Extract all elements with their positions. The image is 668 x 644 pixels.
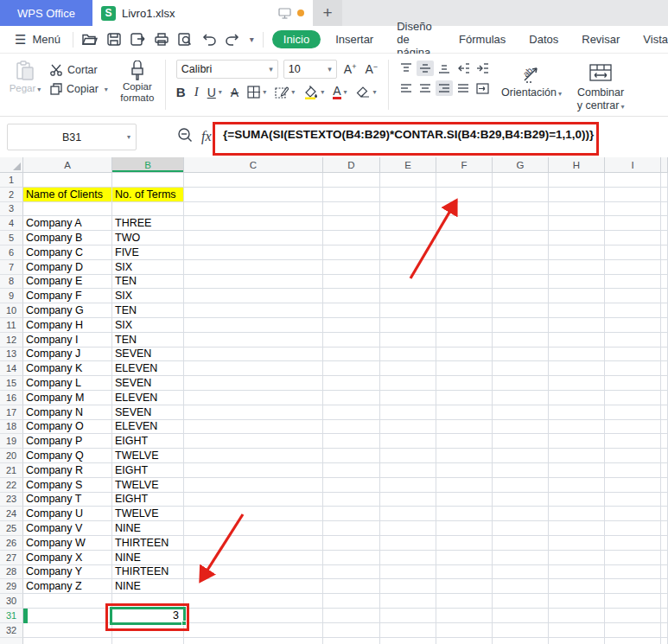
cell-A12[interactable]: Company I — [23, 333, 112, 348]
cell-B17[interactable]: SEVEN — [112, 405, 184, 420]
cell-A6[interactable]: Company C — [23, 245, 112, 260]
paste-button[interactable]: Pegar▾ — [7, 59, 43, 116]
cell-B6[interactable]: FIVE — [112, 245, 184, 260]
cell-G31[interactable] — [493, 609, 549, 623]
cell-x12[interactable] — [661, 333, 668, 348]
cell-I9[interactable] — [605, 289, 661, 303]
align-center-button[interactable] — [417, 80, 434, 96]
increase-font-button[interactable]: A+ — [342, 62, 359, 76]
cell-F16[interactable] — [436, 391, 493, 405]
cell-H21[interactable] — [549, 463, 605, 478]
cell-E22[interactable] — [380, 478, 436, 493]
strikethrough-button[interactable]: A — [231, 86, 239, 99]
row-header-17[interactable]: 17 — [0, 405, 23, 420]
cell-E33[interactable] — [380, 638, 436, 644]
cell-B18[interactable]: ELEVEN — [112, 420, 184, 435]
cell-C14[interactable] — [184, 361, 323, 376]
align-right-button[interactable] — [436, 80, 453, 96]
row-header-12[interactable]: 12 — [0, 333, 23, 348]
cell-A16[interactable]: Company M — [23, 391, 112, 405]
tab-datos[interactable]: Datos — [529, 33, 558, 46]
cell-B4[interactable]: THREE — [112, 216, 184, 231]
cell-A23[interactable]: Company T — [23, 493, 112, 507]
cell-C20[interactable] — [184, 449, 323, 463]
cell-D23[interactable] — [323, 493, 380, 507]
cell-C23[interactable] — [184, 493, 323, 507]
row-header-21[interactable]: 21 — [0, 463, 23, 478]
cell-B24[interactable]: TWELVE — [112, 507, 184, 521]
cell-F8[interactable] — [436, 275, 493, 290]
row-header-6[interactable]: 6 — [0, 245, 23, 260]
cell-B13[interactable]: SEVEN — [112, 348, 184, 362]
row-header-16[interactable]: 16 — [0, 391, 23, 405]
save-icon[interactable] — [107, 33, 121, 46]
borders-button[interactable]: ▾ — [247, 86, 266, 99]
cell-H12[interactable] — [549, 333, 605, 348]
cell-D22[interactable] — [323, 478, 380, 493]
cell-B9[interactable]: SIX — [112, 289, 184, 303]
cell-E6[interactable] — [380, 245, 436, 260]
column-header-b[interactable]: B — [112, 157, 184, 173]
cell-G33[interactable] — [493, 638, 549, 644]
cell-x5[interactable] — [661, 231, 668, 245]
cell-x26[interactable] — [661, 536, 668, 551]
cell-D15[interactable] — [323, 376, 380, 391]
cell-x20[interactable] — [661, 449, 668, 463]
cell-H32[interactable] — [549, 623, 605, 638]
cell-E29[interactable] — [380, 579, 436, 594]
column-header-g[interactable]: G — [493, 157, 549, 173]
cell-F28[interactable] — [436, 565, 493, 580]
cell-F30[interactable] — [436, 594, 493, 609]
cell-G5[interactable] — [493, 231, 549, 245]
cell-A9[interactable]: Company F — [23, 289, 112, 303]
row-header-7[interactable]: 7 — [0, 260, 23, 275]
cell-H11[interactable] — [549, 318, 605, 333]
cell-C18[interactable] — [184, 420, 323, 435]
cell-A2[interactable]: Name of Clients — [23, 188, 112, 202]
cell-G11[interactable] — [493, 318, 549, 333]
print-preview-icon[interactable] — [178, 33, 192, 46]
cell-C29[interactable] — [184, 579, 323, 594]
cell-C7[interactable] — [184, 260, 323, 275]
cell-H1[interactable] — [549, 173, 605, 188]
row-header-29[interactable]: 29 — [0, 579, 23, 594]
cell-F26[interactable] — [436, 536, 493, 551]
row-header-19[interactable]: 19 — [0, 434, 23, 449]
cell-B20[interactable]: TWELVE — [112, 449, 184, 463]
cell-I29[interactable] — [605, 579, 661, 594]
merge-center-button[interactable]: Combinar y centrar▾ — [569, 54, 633, 116]
cell-I33[interactable] — [605, 638, 661, 644]
cell-D17[interactable] — [323, 405, 380, 420]
cell-A14[interactable]: Company K — [23, 361, 112, 376]
italic-button[interactable]: I — [194, 85, 199, 99]
cell-G23[interactable] — [493, 493, 549, 507]
align-bottom-button[interactable] — [436, 61, 453, 76]
cell-B1[interactable] — [112, 173, 184, 188]
cell-F9[interactable] — [436, 289, 493, 303]
cell-I18[interactable] — [605, 420, 661, 435]
cell-G14[interactable] — [493, 361, 549, 376]
row-header-27[interactable]: 27 — [0, 551, 23, 565]
cell-x2[interactable] — [661, 188, 668, 202]
row-header-33[interactable] — [0, 638, 23, 644]
cell-E31[interactable] — [380, 609, 436, 623]
cell-A5[interactable]: Company B — [23, 231, 112, 245]
row-header-14[interactable]: 14 — [0, 361, 23, 376]
cell-x19[interactable] — [661, 434, 668, 449]
cell-C1[interactable] — [184, 173, 323, 188]
cell-B2[interactable]: No. of Terms — [112, 188, 184, 202]
decrease-indent-button[interactable] — [455, 61, 472, 76]
cell-C16[interactable] — [184, 391, 323, 405]
cell-C25[interactable] — [184, 521, 323, 536]
cell-F14[interactable] — [436, 361, 493, 376]
cell-C21[interactable] — [184, 463, 323, 478]
cell-I12[interactable] — [605, 333, 661, 348]
cell-I23[interactable] — [605, 493, 661, 507]
cell-H10[interactable] — [549, 303, 605, 318]
cell-B31[interactable]: 3 — [112, 609, 184, 623]
cell-H19[interactable] — [549, 434, 605, 449]
cell-x4[interactable] — [661, 216, 668, 231]
cell-G17[interactable] — [493, 405, 549, 420]
cell-C4[interactable] — [184, 216, 323, 231]
cell-A8[interactable]: Company E — [23, 275, 112, 290]
